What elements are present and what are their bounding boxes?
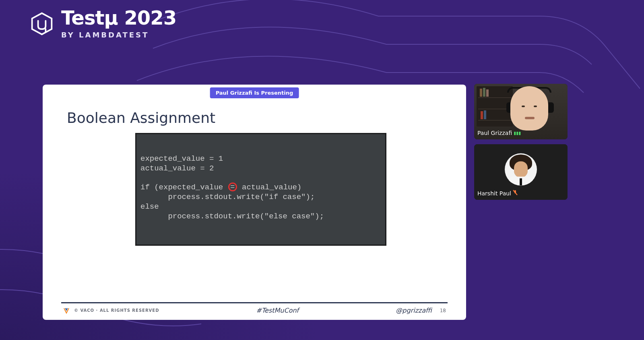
participant-name-label: Harshit Paul	[477, 190, 518, 197]
code-line-4: process.stdout.write("if case");	[140, 193, 315, 201]
presenting-badge: Paul Grizzafi Is Presenting	[210, 87, 299, 98]
highlight-circle-icon: =	[228, 182, 237, 191]
footer-page-number: 18	[440, 308, 446, 313]
mic-muted-icon	[513, 190, 518, 197]
footer-handle: @pgrizzaffi	[396, 307, 431, 314]
code-line-6: process.stdout.write("else case");	[140, 212, 324, 221]
signal-icon: ▮▮▮	[514, 131, 521, 136]
presenter-name: Paul Grizzafi	[477, 130, 512, 136]
presentation-slide: Paul Grizzafi Is Presenting Boolean Assi…	[43, 85, 466, 320]
slide-footer: © VACO · ALL RIGHTS RESERVED #TestMuConf…	[61, 302, 448, 314]
testmu-logo-icon	[30, 12, 54, 36]
code-block: expected_value = 1 actual_value = 2 if (…	[135, 133, 386, 246]
vaco-logo-icon	[63, 307, 70, 314]
avatar	[505, 153, 537, 186]
slide-title: Boolean Assignment	[67, 110, 215, 126]
code-line-5: else	[140, 202, 159, 211]
brand-subtitle: BY LAMBDATEST	[61, 31, 176, 39]
participant-tile[interactable]: Harshit Paul	[474, 144, 568, 200]
footer-left: © VACO · ALL RIGHTS RESERVED	[63, 307, 159, 314]
svg-marker-0	[32, 13, 52, 34]
participant-tile-presenter[interactable]: Paul Grizzafi ▮▮▮	[474, 84, 568, 139]
code-line-1: expected_value = 1	[140, 154, 223, 163]
brand-header: Testμ 2023 BY LAMBDATEST	[30, 8, 176, 39]
footer-rule	[61, 302, 448, 303]
code-line-3a: if (expected_value	[140, 183, 228, 192]
participant-name-label: Paul Grizzafi ▮▮▮	[477, 130, 521, 136]
participant-name: Harshit Paul	[477, 190, 511, 197]
code-line-3b: actual_value)	[237, 183, 302, 192]
brand-title: Testμ 2023	[61, 8, 176, 27]
footer-hashtag: #TestMuConf	[256, 307, 299, 314]
footer-rights: © VACO · ALL RIGHTS RESERVED	[74, 308, 159, 313]
code-line-2: actual_value = 2	[140, 164, 214, 173]
